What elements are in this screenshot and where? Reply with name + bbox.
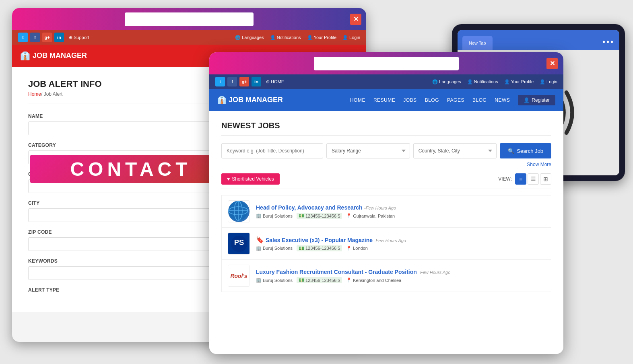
- job-meta-1: 🏢 Buruj Solutions 💵 123456-123456 $ 📍 Gu…: [256, 213, 545, 219]
- shortlist-button[interactable]: ♥ Shortlisted Vehicles: [221, 173, 280, 185]
- job-logo-globe: [228, 200, 250, 222]
- back-topbar-right: 🌐 Languages 👤 Notifications 👤 Your Profi…: [235, 35, 360, 40]
- front-nav-pages[interactable]: PAGES: [447, 97, 464, 103]
- back-social-bar: t f g+ in ⊕ Support 🌐 Languages 👤 Notifi…: [12, 30, 366, 45]
- job-company-2: 🏢 Buruj Solutions: [256, 246, 293, 251]
- show-more-link[interactable]: Show More: [221, 162, 551, 167]
- front-window: ✕ t f g+ in ⊕ HOME 🌐 Languages 👤 Notific…: [209, 52, 563, 354]
- back-brand-logo[interactable]: 👔 JOB MANAGER: [20, 51, 87, 61]
- job-meta-3: 🏢 Buruj Solutions 💵 123456-123456 $ 📍 Ke…: [256, 277, 545, 283]
- front-social-bar: t f g+ in ⊕ HOME 🌐 Languages 👤 Notificat…: [209, 74, 563, 89]
- search-row: Salary Range Country, State, City 🔍 Sear…: [221, 143, 551, 158]
- table-row: PS 🔖 Sales Executive (x3) - Popular Maga…: [221, 228, 551, 260]
- front-close-button[interactable]: ✕: [546, 58, 558, 69]
- front-nav-resume[interactable]: RESUME: [373, 97, 395, 103]
- job-location-2: 📍 London: [346, 246, 368, 251]
- job-time-2: -Few Hours Ago: [374, 238, 406, 243]
- job-company-3: 🏢 Buruj Solutions: [256, 278, 293, 283]
- location-select[interactable]: Country, State, City: [413, 143, 497, 158]
- view-grid-button[interactable]: ⊞: [540, 173, 551, 185]
- back-search-input[interactable]: [129, 16, 249, 22]
- job-salary-3: 💵 123456-123456 $: [297, 277, 342, 283]
- section-title: NEWEST JOBS: [221, 121, 551, 136]
- front-nav-jobs[interactable]: JOBS: [403, 97, 417, 103]
- heart-icon: ♥: [227, 176, 230, 182]
- keyword-input[interactable]: [221, 143, 323, 158]
- front-profile-link[interactable]: 👤 Your Profile: [504, 79, 534, 84]
- job-salary-1: 💵 123456-123456 $: [297, 213, 342, 219]
- front-brand-logo[interactable]: 👔 JOB MANAGER: [217, 96, 283, 105]
- breadcrumb-home[interactable]: Home: [28, 91, 41, 97]
- job-info-2: 🔖 Sales Executive (x3) - Popular Magazin…: [256, 236, 545, 251]
- front-login-link[interactable]: 👤 Login: [540, 79, 557, 84]
- front-nav-blog2[interactable]: BLOG: [472, 97, 487, 103]
- front-facebook-icon[interactable]: f: [227, 77, 237, 86]
- view-label: VIEW:: [498, 176, 512, 182]
- back-gradient-bar: ✕: [12, 8, 366, 30]
- job-info-3: Luxury Fashion Recruitment Consultant - …: [256, 268, 545, 283]
- toolbar: ♥ Shortlisted Vehicles VIEW: ≡ ☰ ⊞: [221, 173, 551, 189]
- table-row: Rool's Luxury Fashion Recruitment Consul…: [221, 260, 551, 292]
- globe-logo: [228, 201, 249, 222]
- support-link[interactable]: ⊕ Support: [69, 35, 89, 40]
- job-logo-rools: Rool's: [228, 265, 250, 287]
- front-topbar-right: 🌐 Languages 👤 Notifications 👤 Your Profi…: [432, 79, 557, 84]
- view-list2-button[interactable]: ☰: [528, 173, 539, 185]
- front-tie-icon: 👔: [217, 96, 226, 105]
- front-languages-link[interactable]: 🌐 Languages: [432, 79, 461, 84]
- contact-banner: CONTACT: [30, 155, 231, 183]
- gplus-icon[interactable]: g+: [42, 33, 52, 42]
- svg-text:PS: PS: [234, 238, 244, 247]
- front-content-area: NEWEST JOBS Salary Range Country, State,…: [209, 111, 563, 354]
- facebook-icon[interactable]: f: [30, 33, 40, 42]
- languages-link[interactable]: 🌐 Languages: [235, 35, 264, 40]
- job-time-1: -Few Hours Ago: [364, 206, 396, 210]
- login-link[interactable]: 👤 Login: [342, 35, 360, 40]
- job-info-1: Head of Policy, Advocacy and Research -F…: [256, 204, 545, 219]
- tablet-browser-bar: New Tab •••: [458, 30, 619, 50]
- job-time-3: -Few Hours Ago: [419, 270, 450, 275]
- salary-select[interactable]: Salary Range: [326, 143, 410, 158]
- job-title-1[interactable]: Head of Policy, Advocacy and Research: [256, 204, 363, 211]
- job-logo-ps: PS: [228, 232, 250, 255]
- front-notifications-link[interactable]: 👤 Notifications: [467, 79, 498, 84]
- job-title-2[interactable]: 🔖 Sales Executive (x3) - Popular Magazin…: [256, 237, 374, 243]
- profile-link[interactable]: 👤 Your Profile: [307, 35, 336, 40]
- front-nav-links: HOME RESUME JOBS BLOG PAGES BLOG NEWS 👤 …: [350, 95, 555, 105]
- linkedin-icon[interactable]: in: [54, 33, 64, 42]
- job-salary-2: 💵 123456-123456 $: [297, 245, 342, 251]
- front-gplus-icon[interactable]: g+: [239, 77, 249, 86]
- job-meta-2: 🏢 Buruj Solutions 💵 123456-123456 $ 📍 Lo…: [256, 245, 545, 251]
- rools-logo: Rool's: [228, 265, 249, 286]
- twitter-icon[interactable]: t: [18, 33, 28, 42]
- front-gradient-bar: ✕: [209, 52, 563, 74]
- job-location-1: 📍 Gujranwala, Pakistan: [346, 213, 395, 218]
- job-title-3[interactable]: Luxury Fashion Recruitment Consultant - …: [256, 269, 417, 275]
- tablet-tab[interactable]: New Tab: [462, 36, 493, 50]
- contact-text: CONTACT: [70, 158, 191, 180]
- view-list1-button[interactable]: ≡: [515, 173, 526, 185]
- notifications-link[interactable]: 👤 Notifications: [270, 35, 301, 40]
- front-twitter-icon[interactable]: t: [215, 77, 225, 86]
- front-nav-blog1[interactable]: BLOG: [425, 97, 439, 103]
- front-linkedin-icon[interactable]: in: [252, 77, 261, 86]
- back-search-bar[interactable]: [125, 12, 254, 26]
- job-list: Head of Policy, Advocacy and Research -F…: [221, 195, 551, 292]
- tab-dots-icon: •••: [602, 37, 614, 50]
- front-nav-news[interactable]: NEWS: [495, 97, 510, 103]
- front-nav-bar: 👔 JOB MANAGER HOME RESUME JOBS BLOG PAGE…: [209, 89, 563, 111]
- front-support-link[interactable]: ⊕ HOME: [266, 79, 284, 84]
- register-button[interactable]: 👤 Register: [518, 95, 555, 105]
- playstation-logo: PS: [228, 233, 249, 254]
- table-row: Head of Policy, Advocacy and Research -F…: [221, 195, 551, 228]
- back-close-button[interactable]: ✕: [350, 14, 361, 25]
- job-company-1: 🏢 Buruj Solutions: [256, 213, 293, 218]
- job-location-3: 📍 Kensington and Chelsea: [346, 278, 401, 283]
- view-buttons: ≡ ☰ ⊞: [515, 173, 551, 185]
- front-search-input[interactable]: [314, 58, 459, 64]
- search-job-button[interactable]: 🔍 Search Job: [500, 143, 551, 158]
- front-nav-home[interactable]: HOME: [350, 97, 365, 103]
- tie-icon: 👔: [20, 51, 30, 61]
- front-search-bar[interactable]: [314, 57, 459, 70]
